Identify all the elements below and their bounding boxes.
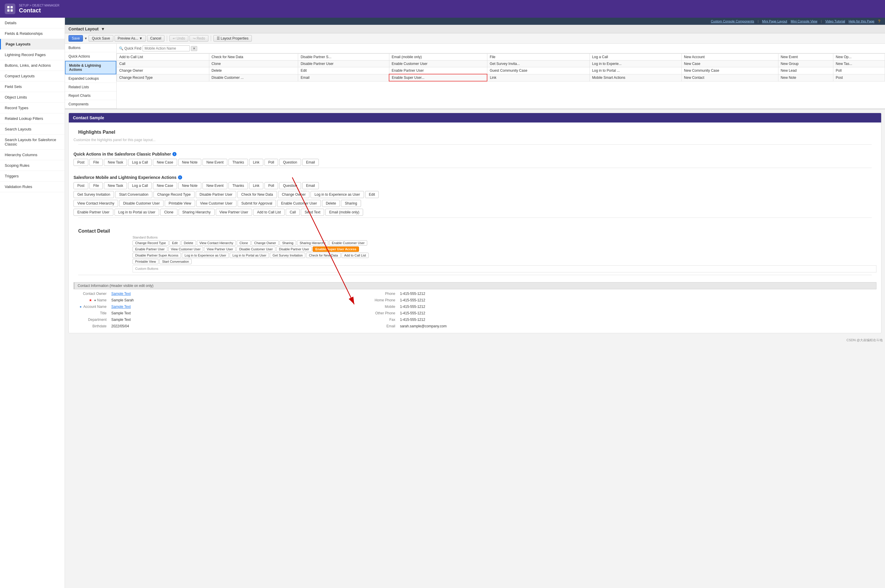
sb-printable[interactable]: Printable View <box>132 259 159 264</box>
action-call[interactable]: Call <box>117 60 209 67</box>
sb-enable-super-user[interactable]: Enable Super User Access <box>313 246 359 252</box>
ma-change-record[interactable]: Change Record Type <box>153 191 195 198</box>
left-nav-expanded-lookups[interactable]: Expanded Lookups <box>65 74 116 83</box>
ma-email[interactable]: Email <box>302 182 319 189</box>
action-new-op[interactable]: New Op... <box>833 54 885 60</box>
ma-email-mobile[interactable]: Email (mobile only) <box>325 209 363 216</box>
action-enable-super-user[interactable]: Enable Super User... <box>389 74 487 81</box>
preview-as-button[interactable]: Preview As... ▼ <box>114 35 146 42</box>
ma-start-conv[interactable]: Start Conversation <box>115 191 152 198</box>
ma-login-exp[interactable]: Log in to Experience as User <box>310 191 364 198</box>
ma-thanks[interactable]: Thanks <box>228 182 248 189</box>
link-mini-page-layout[interactable]: Mini Page Layout <box>762 20 787 23</box>
sb-login-portal[interactable]: Log in to Portal as User <box>230 253 269 258</box>
action-disable-partner-s[interactable]: Disable Partner S... <box>298 54 389 60</box>
link-video-tutorial[interactable]: Video Tutorial <box>825 20 845 23</box>
sb-clone[interactable]: Clone <box>237 240 250 246</box>
sidebar-item-page-layouts[interactable]: Page Layouts <box>0 39 64 50</box>
action-check-for-new-data[interactable]: Check for New Data <box>209 54 298 60</box>
sb-change-record[interactable]: Change Record Type <box>132 240 168 246</box>
sb-login-exp[interactable]: Log in to Experience as User <box>182 253 229 258</box>
sb-enable-customer[interactable]: Enable Customer User <box>329 240 367 246</box>
sidebar-item-record-types[interactable]: Record Types <box>0 103 64 113</box>
ma-submit-approval[interactable]: Submit for Approval <box>238 200 276 207</box>
ma-link[interactable]: Link <box>249 182 263 189</box>
ma-new-task[interactable]: New Task <box>104 182 127 189</box>
sidebar-item-field-sets[interactable]: Field Sets <box>0 81 64 92</box>
action-new-task[interactable]: New Tas... <box>833 60 885 67</box>
action-new-note[interactable]: New Note <box>778 74 833 81</box>
link-custom-console[interactable]: Custom Console Components <box>711 20 754 23</box>
action-new-event[interactable]: New Event <box>778 54 833 60</box>
sb-view-contact-hier[interactable]: View Contact Hierarchy <box>197 240 236 246</box>
sidebar-item-validation[interactable]: Validation Rules <box>0 182 64 192</box>
ma-send-text[interactable]: Send Text <box>301 209 324 216</box>
sidebar-item-hierarchy[interactable]: Hierarchy Columns <box>0 150 64 160</box>
sidebar-item-related-lookup[interactable]: Related Lookup Filters <box>0 113 64 124</box>
ma-enable-customer[interactable]: Enable Customer User <box>277 200 321 207</box>
sidebar-item-lightning-pages[interactable]: Lightning Record Pages <box>0 50 64 60</box>
action-new-lead[interactable]: New Lead <box>778 67 833 74</box>
action-enable-partner-user[interactable]: Enable Partner User <box>389 67 487 74</box>
action-guest-community[interactable]: Guest Community Case <box>487 67 590 74</box>
action-email-mobile[interactable]: Email (mobile only) <box>389 54 487 60</box>
ma-disable-partner[interactable]: Disable Partner User <box>196 191 236 198</box>
action-new-account[interactable]: New Account <box>682 54 778 60</box>
qa-new-note[interactable]: New Note <box>178 159 202 166</box>
qa-new-event[interactable]: New Event <box>202 159 227 166</box>
ma-new-case[interactable]: New Case <box>153 182 177 189</box>
sb-start-conv[interactable]: Start Conversation <box>159 259 192 264</box>
ma-get-survey[interactable]: Get Survey Invitation <box>74 191 114 198</box>
left-nav-buttons[interactable]: Buttons <box>65 44 116 52</box>
action-email[interactable]: Email <box>298 74 389 81</box>
action-new-contact[interactable]: New Contact <box>682 74 778 81</box>
ma-disable-customer[interactable]: Disable Customer User <box>119 200 164 207</box>
field-value-account[interactable]: Sample Text <box>111 304 131 309</box>
sb-change-owner[interactable]: Change Owner <box>252 240 279 246</box>
qa-log-a-call[interactable]: Log a Call <box>128 159 152 166</box>
action-delete[interactable]: Delete <box>209 67 298 74</box>
left-nav-quick-actions[interactable]: Quick Actions <box>65 52 116 61</box>
left-nav-mobile-lightning[interactable]: Mobile & Lightning Actions <box>65 61 116 74</box>
action-log-a-call[interactable]: Log a Call <box>590 54 681 60</box>
sb-disable-customer[interactable]: Disable Customer User <box>237 246 275 252</box>
ma-post[interactable]: Post <box>74 182 88 189</box>
sb-view-customer[interactable]: View Customer User <box>168 246 203 252</box>
action-mobile-smart[interactable]: Mobile Smart Actions <box>590 74 681 81</box>
sb-edit[interactable]: Edit <box>170 240 180 246</box>
action-edit[interactable]: Edit <box>298 67 389 74</box>
sidebar-item-search-layouts-classic[interactable]: Search Layouts for Salesforce Classic <box>0 135 64 150</box>
sidebar-item-buttons[interactable]: Buttons, Links, and Actions <box>0 60 64 71</box>
sb-get-survey[interactable]: Get Survey Invitation <box>270 253 305 258</box>
ma-view-contact-hier[interactable]: View Contact Hierarchy <box>74 200 118 207</box>
link-help[interactable]: Help for this Page <box>849 20 874 23</box>
ma-change-owner[interactable]: Change Owner <box>278 191 310 198</box>
sb-disable-partner[interactable]: Disable Partner User <box>276 246 312 252</box>
qa-question[interactable]: Question <box>279 159 301 166</box>
quick-save-button[interactable]: Quick Save <box>88 35 113 42</box>
ma-delete[interactable]: Delete <box>322 200 340 207</box>
ma-sharing-hier[interactable]: Sharing Hierarchy <box>178 209 214 216</box>
action-change-record-type[interactable]: Change Record Type <box>117 74 209 81</box>
sb-check-new-data[interactable]: Check for New Data <box>306 253 340 258</box>
action-link[interactable]: Link <box>487 74 590 81</box>
action-file[interactable]: File <box>487 54 590 60</box>
sidebar-item-object-limits[interactable]: Object Limits <box>0 92 64 103</box>
action-get-survey[interactable]: Get Survey Invita... <box>487 60 590 67</box>
ma-edit[interactable]: Edit <box>365 191 379 198</box>
action-new-case[interactable]: New Case <box>682 60 778 67</box>
sb-disable-partner-super[interactable]: Disable Partner Super Access <box>132 253 181 258</box>
ma-view-customer[interactable]: View Customer User <box>196 200 237 207</box>
sidebar-item-triggers[interactable]: Triggers <box>0 171 64 182</box>
action-new-group[interactable]: New Group <box>778 60 833 67</box>
qa-poll[interactable]: Poll <box>264 159 278 166</box>
ma-login-portal[interactable]: Log in to Portal as User <box>114 209 159 216</box>
qa-post[interactable]: Post <box>74 159 88 166</box>
sidebar-item-details[interactable]: Details <box>0 18 64 28</box>
ma-call[interactable]: Call <box>286 209 300 216</box>
sb-delete[interactable]: Delete <box>181 240 196 246</box>
action-enable-customer-user[interactable]: Enable Customer User <box>389 60 487 67</box>
qa-link[interactable]: Link <box>249 159 263 166</box>
link-mini-console-view[interactable]: Mini Console View <box>791 20 818 23</box>
ma-new-event[interactable]: New Event <box>202 182 227 189</box>
